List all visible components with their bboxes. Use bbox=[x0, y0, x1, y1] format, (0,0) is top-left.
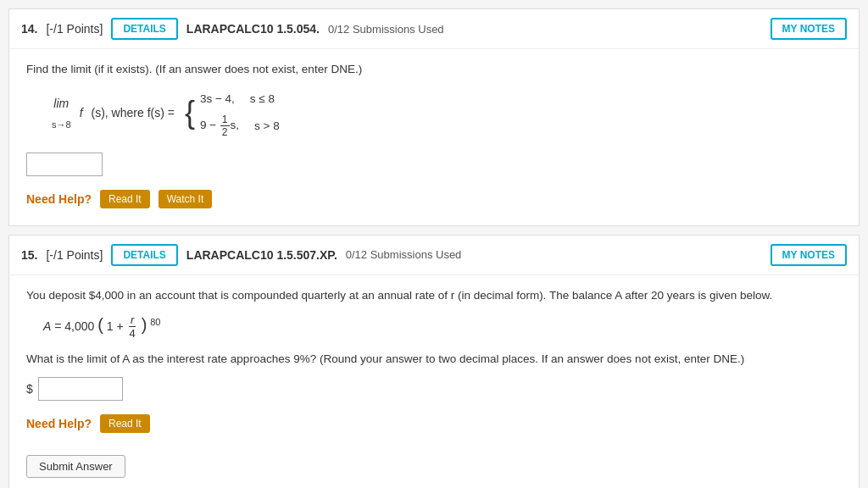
q15-body: You deposit $4,000 in an account that is… bbox=[9, 275, 859, 488]
q14-my-notes-button[interactable]: MY NOTES bbox=[771, 18, 847, 40]
q15-details-button[interactable]: DETAILS bbox=[111, 244, 177, 266]
question-14: 14. [-/1 Points] DETAILS LARAPCALC10 1.5… bbox=[8, 8, 860, 226]
q15-need-help-label: Need Help? bbox=[26, 417, 92, 430]
q14-watch-it-button[interactable]: Watch It bbox=[159, 190, 213, 208]
limit-notation: lim s→8 bbox=[52, 92, 71, 134]
q15-points: [-/1 Points] bbox=[46, 248, 103, 262]
q15-submissions: 0/12 Submissions Used bbox=[346, 248, 462, 261]
q14-course-code: LARAPCALC10 1.5.054. bbox=[186, 22, 320, 36]
q14-answer-input[interactable] bbox=[26, 152, 103, 176]
q15-dollar-label: $ bbox=[26, 382, 33, 396]
function-name: f bbox=[80, 101, 83, 125]
q14-details-button[interactable]: DETAILS bbox=[111, 18, 177, 40]
q15-question-text: You deposit $4,000 in an account that is… bbox=[26, 289, 842, 302]
q15-answer-input[interactable] bbox=[38, 377, 123, 401]
q14-body: Find the limit (if it exists). (If an an… bbox=[9, 49, 859, 225]
q15-formula: A = 4,000 ( 1 + r 4 ) 80 bbox=[43, 313, 842, 341]
q14-submissions: 0/12 Submissions Used bbox=[328, 23, 444, 36]
q14-read-it-button[interactable]: Read It bbox=[100, 190, 150, 208]
q15-submit-button[interactable]: Submit Answer bbox=[26, 455, 125, 478]
question-15: 15. [-/1 Points] DETAILS LARAPCALC10 1.5… bbox=[8, 235, 860, 488]
q15-read-it-button[interactable]: Read It bbox=[100, 414, 150, 433]
q15-my-notes-button[interactable]: MY NOTES bbox=[771, 244, 847, 266]
question-14-header: 14. [-/1 Points] DETAILS LARAPCALC10 1.5… bbox=[9, 9, 859, 49]
piecewise-function: { 3s − 4, s ≤ 8 9 − 12s, s > 8 bbox=[185, 87, 280, 139]
q15-course-code: LARAPCALC10 1.5.507.XP. bbox=[186, 248, 337, 262]
q14-question-text: Find the limit (if it exists). (If an an… bbox=[26, 63, 842, 75]
q14-number: 14. bbox=[21, 22, 37, 36]
question-15-header: 15. [-/1 Points] DETAILS LARAPCALC10 1.5… bbox=[9, 236, 859, 275]
q15-need-help: Need Help? Read It bbox=[26, 414, 842, 433]
q14-need-help: Need Help? Read It Watch It bbox=[26, 190, 842, 208]
q15-question-text2: What is the limit of A as the interest r… bbox=[26, 352, 842, 365]
q14-need-help-label: Need Help? bbox=[26, 192, 92, 206]
q14-math: lim s→8 f(s), where f(s) = { 3s − 4, s ≤… bbox=[52, 87, 842, 139]
q15-answer-area: $ bbox=[26, 377, 842, 401]
q15-number: 15. bbox=[21, 248, 37, 262]
q14-points: [-/1 Points] bbox=[46, 22, 103, 36]
